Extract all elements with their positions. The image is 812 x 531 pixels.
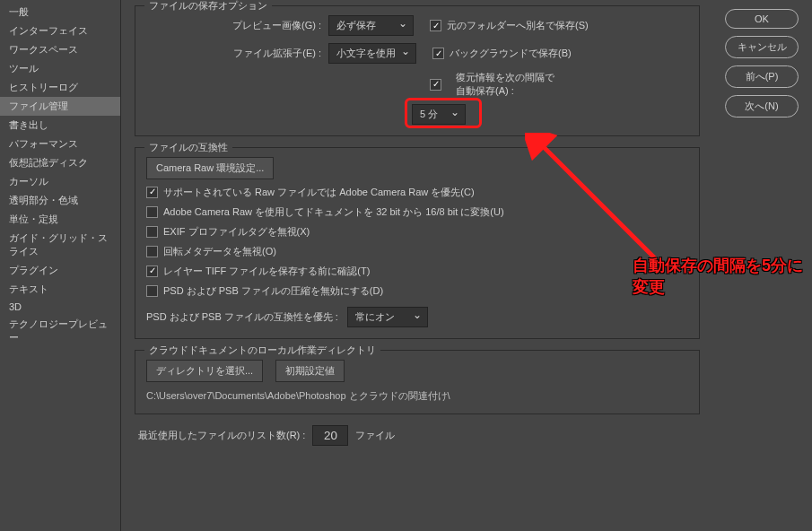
cancel-button[interactable]: キャンセル (725, 36, 799, 58)
ignore-rotation-label: 回転メタデータを無視(O) (163, 245, 276, 258)
auto-save-interval-select[interactable]: 5 分 (412, 104, 466, 125)
sidebar-item-tech-preview[interactable]: テクノロジープレビュー (0, 315, 120, 347)
save-as-original-label: 元のフォルダーへ別名で保存(S) (447, 19, 589, 32)
action-buttons: OK キャンセル 前へ(P) 次へ(N) (725, 9, 799, 118)
sidebar-item-interface[interactable]: インターフェイス (0, 22, 120, 40)
cloud-legend: クラウドドキュメントのローカル作業ディレクトリ (144, 344, 380, 357)
disable-psd-compress-checkbox[interactable] (146, 285, 158, 297)
save-as-original-checkbox[interactable] (430, 20, 441, 31)
sidebar-item-export[interactable]: 書き出し (0, 116, 120, 135)
save-options-group: ファイルの保存オプション プレビュー画像(G) : 必ず保存 元のフォルダーへ別… (135, 5, 700, 136)
sidebar-item-plugins[interactable]: プラグイン (0, 261, 120, 280)
cloud-group: クラウドドキュメントのローカル作業ディレクトリ ディレクトリを選択... 初期設… (135, 350, 700, 414)
sidebar-item-file-handling[interactable]: ファイル管理 (0, 97, 120, 116)
default-directory-button[interactable]: 初期設定値 (275, 360, 345, 382)
sidebar-item-workspace[interactable]: ワークスペース (0, 40, 120, 59)
preview-label: プレビュー画像(G) : (146, 19, 321, 32)
auto-save-checkbox[interactable] (430, 79, 441, 91)
preview-select[interactable]: 必ず保存 (328, 15, 414, 36)
save-background-label: バックグラウンドで保存(B) (450, 47, 572, 60)
prev-button[interactable]: 前へ(P) (725, 65, 799, 88)
main-panel: ファイルの保存オプション プレビュー画像(G) : 必ず保存 元のフォルダーへ別… (121, 0, 812, 531)
sidebar-item-text[interactable]: テキスト (0, 280, 120, 299)
confirm-tiff-label: レイヤー TIFF ファイルを保存する前に確認(T) (163, 265, 370, 278)
sidebar-item-performance[interactable]: パフォーマンス (0, 135, 120, 153)
sidebar: 一般 インターフェイス ワークスペース ツール ヒストリーログ ファイル管理 書… (0, 0, 121, 531)
auto-save-label: 復元情報を次の間隔で 自動保存(A) : (456, 71, 554, 99)
confirm-tiff-checkbox[interactable] (146, 266, 158, 277)
sidebar-item-3d[interactable]: 3D (0, 299, 120, 315)
sidebar-item-units[interactable]: 単位・定規 (0, 210, 120, 229)
compat-group: ファイルの互換性 Camera Raw 環境設定... サポートされている Ra… (135, 147, 700, 339)
disable-psd-compress-label: PSD および PSB ファイルの圧縮を無効にする(D) (163, 284, 383, 298)
sidebar-item-cursor[interactable]: カーソル (0, 172, 120, 191)
cloud-path: C:\Users\over7\Documents\Adobe\Photoshop… (146, 389, 688, 403)
ignore-exif-label: EXIF プロファイルタグを無視(X) (163, 225, 310, 239)
ext-label: ファイル拡張子(E) : (146, 47, 321, 60)
save-background-checkbox[interactable] (432, 48, 444, 59)
ignore-exif-checkbox[interactable] (146, 226, 158, 238)
recent-files-input[interactable] (312, 425, 348, 446)
choose-directory-button[interactable]: ディレクトリを選択... (146, 360, 263, 382)
psd-compat-label: PSD および PSB ファイルの互換性を優先 : (146, 310, 338, 324)
sidebar-item-guides[interactable]: ガイド・グリッド・スライス (0, 229, 120, 261)
save-options-legend: ファイルの保存オプション (144, 0, 272, 13)
camera-raw-settings-button[interactable]: Camera Raw 環境設定... (146, 157, 274, 179)
compat-legend: ファイルの互換性 (144, 141, 232, 154)
sidebar-item-scratch[interactable]: 仮想記憶ディスク (0, 153, 120, 172)
recent-files-label: 最近使用したファイルのリスト数(R) : (138, 429, 305, 442)
sidebar-item-general[interactable]: 一般 (0, 3, 120, 22)
ok-button[interactable]: OK (725, 9, 799, 29)
ext-select[interactable]: 小文字を使用 (328, 43, 416, 64)
sidebar-item-history[interactable]: ヒストリーログ (0, 78, 120, 97)
convert-32-checkbox[interactable] (146, 206, 158, 218)
psd-compat-select[interactable]: 常にオン (347, 307, 428, 327)
prefer-camera-raw-checkbox[interactable] (146, 187, 158, 198)
prefer-camera-raw-label: サポートされている Raw ファイルでは Adobe Camera Raw を優… (163, 186, 475, 199)
ignore-rotation-checkbox[interactable] (146, 246, 158, 257)
annotation-text: 自動保存の間隔を5分に変更 (633, 255, 812, 298)
sidebar-item-tools[interactable]: ツール (0, 59, 120, 78)
recent-files-unit: ファイル (355, 429, 395, 442)
sidebar-item-transparency[interactable]: 透明部分・色域 (0, 191, 120, 210)
next-button[interactable]: 次へ(N) (725, 95, 799, 118)
convert-32-label: Adobe Camera Raw を使用してドキュメントを 32 bit から … (163, 205, 504, 219)
